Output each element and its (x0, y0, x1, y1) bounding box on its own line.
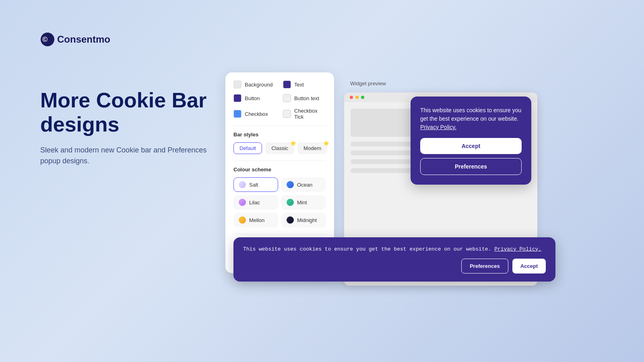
popup-preferences-button[interactable]: Preferences (420, 158, 522, 175)
mint-label: Mint (297, 200, 307, 206)
checkbox-color-item[interactable]: Checkbox (233, 108, 277, 120)
checkbox-swatch (233, 110, 242, 118)
ocean-label: Ocean (297, 182, 312, 188)
button-label: Button (245, 95, 260, 101)
browser-dot-red (350, 96, 353, 99)
text-label: Text (294, 82, 304, 88)
bar-buttons: Preferences Accept (243, 259, 546, 274)
mellon-label: Mellon (249, 217, 264, 223)
panel-container: Background Text Button Button text Check… (225, 56, 559, 290)
browser-dot-yellow (355, 96, 359, 99)
hero-subtitle: Sleek and modern new Cookie bar and Pref… (40, 145, 209, 167)
bar-accept-button[interactable]: Accept (512, 259, 546, 274)
popup-accept-button[interactable]: Accept (420, 138, 522, 154)
divider-2 (233, 160, 326, 161)
midnight-label: Midnight (297, 217, 317, 223)
lilac-dot (239, 199, 246, 206)
color-row-1: Background Text (233, 80, 326, 88)
colour-scheme-title: Colour scheme (233, 167, 326, 173)
bar-preferences-button[interactable]: Preferences (461, 259, 508, 274)
background-swatch (233, 80, 242, 88)
divider-1 (233, 125, 326, 126)
midnight-dot (287, 216, 294, 224)
hero-section: More Cookie Bar designs Sleek and modern… (40, 88, 209, 167)
text-color-item[interactable]: Text (283, 80, 326, 88)
divider-3 (233, 234, 326, 234)
scheme-mint[interactable]: Mint (281, 195, 326, 210)
classic-star-badge: ⭐ (290, 140, 296, 146)
button-text-label: Button text (294, 95, 319, 101)
popup-privacy-link[interactable]: Privacy Policy. (420, 124, 456, 130)
button-text-color-item[interactable]: Button text (283, 94, 326, 102)
svg-text:©: © (42, 35, 47, 43)
logo-text: Consentmo (57, 34, 110, 45)
style-classic-button[interactable]: Classic ⭐ (265, 142, 294, 154)
browser-dot-green (361, 96, 364, 99)
ocean-dot (287, 181, 294, 188)
scheme-lilac[interactable]: Lilac (233, 195, 278, 210)
cookie-bar: This website uses cookies to ensure you … (233, 237, 555, 282)
logo: © Consentmo (40, 32, 110, 47)
bar-styles-group: Default Classic ⭐ Modern ⭐ (233, 142, 326, 154)
button-color-item[interactable]: Button (233, 94, 277, 102)
checkbox-label: Checkbox (245, 111, 268, 117)
colour-scheme-grid: Salt Ocean Lilac Mint Mellon Midnight (233, 177, 326, 227)
widget-preview-label: Widget preview (350, 80, 386, 86)
button-swatch (233, 94, 242, 102)
scheme-mellon[interactable]: Mellon (233, 213, 278, 227)
bar-styles-title: Bar styles (233, 132, 326, 138)
color-row-2: Button Button text (233, 94, 326, 102)
logo-icon: © (40, 32, 55, 47)
color-row-3: Checkbox Checkbox Tick (233, 108, 326, 120)
background-label: Background (245, 82, 272, 88)
mellon-dot (239, 216, 246, 224)
style-default-button[interactable]: Default (233, 142, 262, 154)
salt-label: Salt (249, 182, 258, 188)
scheme-salt[interactable]: Salt (233, 177, 278, 192)
checkbox-tick-color-item[interactable]: Checkbox Tick (283, 108, 326, 120)
scheme-ocean[interactable]: Ocean (281, 177, 326, 192)
cookie-popup: This website uses cookies to ensure you … (411, 97, 531, 185)
modern-star-badge: ⭐ (323, 140, 329, 146)
salt-dot (239, 181, 246, 188)
lilac-label: Lilac (249, 200, 260, 206)
checkbox-tick-swatch (283, 110, 291, 118)
bar-privacy-link[interactable]: Privacy Policy. (494, 246, 541, 252)
text-swatch (283, 80, 291, 88)
popup-text: This website uses cookies to ensure you … (420, 106, 522, 132)
background-color-item[interactable]: Background (233, 80, 277, 88)
mint-dot (287, 199, 294, 206)
style-modern-button[interactable]: Modern ⭐ (297, 142, 327, 154)
button-text-swatch (283, 94, 291, 102)
checkbox-tick-label: Checkbox Tick (294, 108, 326, 120)
scheme-midnight[interactable]: Midnight (281, 213, 326, 227)
hero-title: More Cookie Bar designs (40, 88, 209, 137)
bar-text: This website uses cookies to ensure you … (243, 245, 546, 253)
